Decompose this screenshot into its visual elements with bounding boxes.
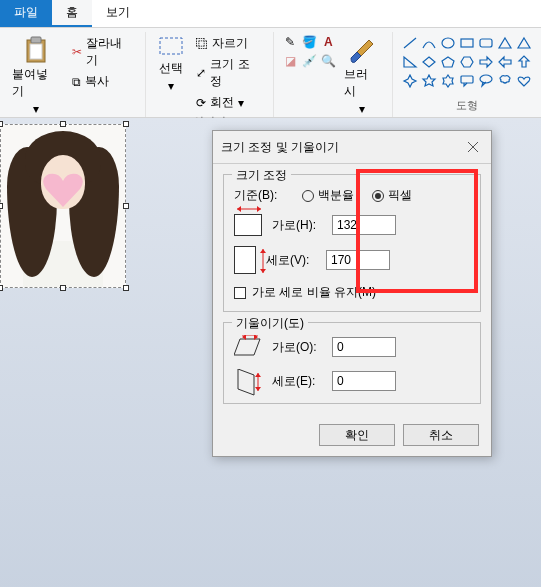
radio-pixel-label: 픽셀	[388, 187, 412, 204]
resize-handle[interactable]	[123, 121, 129, 127]
rotate-button[interactable]: ⟳ 회전 ▾	[192, 93, 265, 112]
svg-line-4	[404, 38, 416, 48]
brush-button[interactable]: 브러시 ▾	[340, 34, 384, 118]
select-label: 선택	[159, 60, 183, 77]
canvas-image[interactable]	[0, 124, 126, 288]
clipboard-icon	[23, 36, 49, 64]
canvas-area[interactable]: 크기 조정 및 기울이기 크기 조정 기준(B): 백분율 픽셀	[0, 118, 541, 587]
scissors-icon: ✂	[72, 45, 82, 59]
menu-view[interactable]: 보기	[92, 0, 144, 27]
pencil-tool[interactable]: ✎	[282, 34, 298, 50]
shape-star6[interactable]	[439, 72, 457, 90]
rotate-label: 회전	[210, 94, 234, 111]
shape-rect[interactable]	[458, 34, 476, 52]
resize-handle[interactable]	[60, 121, 66, 127]
rotate-icon: ⟳	[196, 96, 206, 110]
eraser-tool[interactable]: ◪	[282, 53, 298, 69]
resize-handle[interactable]	[0, 285, 3, 291]
svg-marker-25	[260, 249, 266, 253]
resize-handle[interactable]	[0, 121, 3, 127]
menu-home[interactable]: 홈	[52, 0, 92, 27]
shape-arrow-l[interactable]	[496, 53, 514, 71]
svg-marker-8	[499, 38, 511, 48]
resize-legend: 크기 조정	[232, 167, 291, 184]
shape-star4[interactable]	[401, 72, 419, 90]
radio-percent-label: 백분율	[318, 187, 354, 204]
menu-file[interactable]: 파일	[0, 0, 52, 27]
resize-button[interactable]: ⤢ 크기 조정	[192, 55, 265, 91]
ribbon-group-clipboard: 붙여넣기 ▾ ✂ 잘라내기 ⧉ 복사 클립보드	[0, 32, 146, 117]
shape-callout-round[interactable]	[477, 72, 495, 90]
cut-button[interactable]: ✂ 잘라내기	[68, 34, 138, 70]
ok-button[interactable]: 확인	[319, 424, 395, 446]
radio-icon	[302, 190, 314, 202]
close-button[interactable]	[463, 137, 483, 157]
picker-tool[interactable]: 💉	[301, 53, 317, 69]
shape-arrow-u[interactable]	[515, 53, 533, 71]
svg-marker-9	[518, 38, 530, 48]
shapes-gallery[interactable]	[401, 34, 533, 90]
radio-pixel[interactable]: 픽셀	[372, 187, 412, 204]
fill-tool[interactable]: 🪣	[301, 34, 317, 50]
shape-callout-rect[interactable]	[458, 72, 476, 90]
shape-polygon[interactable]	[496, 34, 514, 52]
crop-button[interactable]: ⿻ 자르기	[192, 34, 265, 53]
vertical-skew-icon	[234, 369, 262, 393]
svg-marker-16	[443, 75, 453, 87]
shape-callout-cloud[interactable]	[496, 72, 514, 90]
zoom-tool[interactable]: 🔍	[320, 53, 336, 69]
shape-arrow-r[interactable]	[477, 53, 495, 71]
svg-marker-26	[260, 269, 266, 273]
resize-dialog: 크기 조정 및 기울이기 크기 조정 기준(B): 백분율 픽셀	[212, 130, 492, 457]
dialog-titlebar[interactable]: 크기 조정 및 기울이기	[213, 131, 491, 164]
resize-handle[interactable]	[60, 285, 66, 291]
resize-handle[interactable]	[0, 203, 3, 209]
svg-marker-31	[238, 369, 254, 395]
resize-handle[interactable]	[123, 203, 129, 209]
vertical-resize-icon	[234, 246, 256, 274]
shape-roundrect[interactable]	[477, 34, 495, 52]
shape-star5[interactable]	[420, 72, 438, 90]
cancel-button[interactable]: 취소	[403, 424, 479, 446]
aspect-checkbox[interactable]: 가로 세로 비율 유지(M)	[234, 284, 470, 301]
svg-rect-17	[461, 76, 473, 83]
shape-line[interactable]	[401, 34, 419, 52]
select-icon	[158, 36, 184, 58]
svg-marker-14	[404, 75, 416, 87]
paste-label: 붙여넣기	[12, 66, 60, 100]
horiz-label: 가로(H):	[272, 217, 322, 234]
shape-heart[interactable]	[515, 72, 533, 90]
select-button[interactable]: 선택 ▾	[154, 34, 188, 95]
copy-button[interactable]: ⧉ 복사	[68, 72, 138, 91]
shape-hexagon[interactable]	[458, 53, 476, 71]
height-input[interactable]	[326, 250, 390, 270]
svg-rect-1	[31, 37, 41, 43]
svg-rect-6	[461, 39, 473, 47]
menubar: 파일 홈 보기	[0, 0, 541, 28]
svg-marker-22	[237, 206, 241, 212]
paste-button[interactable]: 붙여넣기 ▾	[8, 34, 64, 118]
text-tool[interactable]: A	[320, 34, 336, 50]
chevron-down-icon: ▾	[238, 96, 244, 110]
heart-icon	[41, 169, 85, 209]
close-icon	[467, 141, 479, 153]
svg-marker-27	[234, 339, 260, 355]
skew-h-input[interactable]	[332, 337, 396, 357]
shape-diamond[interactable]	[420, 53, 438, 71]
dialog-title-text: 크기 조정 및 기울이기	[221, 139, 339, 156]
resize-icon: ⤢	[196, 66, 206, 80]
checkbox-icon	[234, 287, 246, 299]
shape-pentagon[interactable]	[439, 53, 457, 71]
brush-icon	[347, 36, 377, 64]
width-input[interactable]	[332, 215, 396, 235]
shape-oval[interactable]	[439, 34, 457, 52]
svg-rect-3	[160, 38, 182, 54]
resize-handle[interactable]	[123, 285, 129, 291]
skew-v-input[interactable]	[332, 371, 396, 391]
cut-label: 잘라내기	[86, 35, 134, 69]
skew-fieldset: 기울이기(도) 가로(O): 세로(E):	[223, 322, 481, 404]
shape-triangle[interactable]	[515, 34, 533, 52]
shape-curve[interactable]	[420, 34, 438, 52]
shape-right-tri[interactable]	[401, 53, 419, 71]
radio-percent[interactable]: 백분율	[302, 187, 354, 204]
